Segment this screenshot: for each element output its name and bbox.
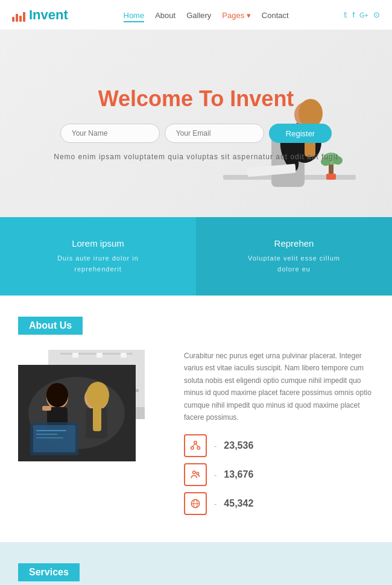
svg-rect-31: [42, 406, 51, 411]
hero-title: Welcome To Invent: [98, 86, 294, 112]
twitter-icon[interactable]: 𝕥: [344, 10, 347, 19]
svg-rect-15: [72, 353, 78, 358]
facebook-icon[interactable]: f: [352, 10, 355, 19]
about-text: Curabitur nec purus eget urna pulvinar p…: [184, 350, 374, 521]
svg-rect-38: [33, 425, 75, 452]
svg-rect-36: [93, 404, 101, 431]
email-input[interactable]: [165, 124, 264, 143]
nav-pages[interactable]: Pages ▾: [222, 11, 251, 20]
banner-left: Lorem ipsum Duis aute irure dolor in rep…: [0, 217, 196, 296]
name-input[interactable]: [60, 124, 160, 143]
svg-point-48: [197, 472, 199, 475]
stat-row-2: - 13,676: [184, 463, 374, 486]
social-links: 𝕥 f G+ ⊙: [344, 10, 380, 19]
banner-left-text: Duis aute irure dolor in reprehenderit: [57, 253, 139, 274]
banner-right-text: Voluptate velit esse cillum dolore eu: [248, 253, 340, 274]
services-header: Services: [18, 563, 80, 581]
nav-home[interactable]: Home: [124, 11, 145, 22]
svg-point-44: [197, 447, 200, 450]
stat-icon-1: [184, 434, 207, 457]
svg-point-47: [193, 471, 196, 474]
nav-contact[interactable]: Contact: [262, 11, 289, 20]
services-section: Services Cum soluta nobis Itaque earum r…: [0, 542, 392, 585]
nav-about[interactable]: About: [155, 11, 175, 20]
brand-name: Invent: [29, 7, 68, 23]
about-content: Curabitur nec purus eget urna pulvinar p…: [18, 350, 374, 521]
svg-rect-17: [121, 353, 127, 358]
svg-line-45: [192, 444, 195, 447]
stat-number-3: 45,342: [224, 498, 253, 509]
instagram-icon[interactable]: ⊙: [373, 10, 380, 19]
svg-rect-40: [36, 434, 57, 435]
about-header: About Us: [18, 317, 83, 335]
navbar: Invent Home About Gallery Pages ▾ Contac…: [0, 0, 392, 30]
nav-gallery[interactable]: Gallery: [186, 11, 211, 20]
svg-point-43: [191, 447, 194, 450]
office-image-main: [18, 365, 136, 461]
stat-number-1: 23,536: [224, 440, 253, 451]
hero-section: Welcome To Invent Register Nemo enim ips…: [0, 30, 392, 217]
logo[interactable]: Invent: [12, 7, 68, 23]
stat-row-1: - 23,536: [184, 434, 374, 457]
stat-dash-2: -: [214, 470, 217, 479]
banner-right: Reprehen Voluptate velit esse cillum dol…: [196, 217, 392, 296]
teal-banner: Lorem ipsum Duis aute irure dolor in rep…: [0, 217, 392, 296]
about-section: About Us: [0, 296, 392, 542]
register-button[interactable]: Register: [269, 124, 332, 143]
banner-left-title: Lorem ipsum: [72, 238, 124, 248]
svg-rect-12: [326, 174, 336, 180]
svg-rect-39: [36, 430, 66, 431]
svg-rect-41: [36, 437, 63, 438]
about-paragraph: Curabitur nec purus eget urna pulvinar p…: [184, 350, 374, 423]
hero-subtitle: Nemo enim ipsam voluptatem quia voluptas…: [54, 153, 338, 161]
svg-point-42: [194, 441, 197, 444]
svg-line-46: [195, 444, 198, 447]
nav-links: Home About Gallery Pages ▾ Contact: [124, 10, 289, 21]
stat-icon-3: [184, 492, 207, 515]
about-images: [18, 350, 169, 461]
svg-rect-16: [96, 353, 103, 358]
stat-dash-3: -: [214, 499, 217, 508]
stat-icon-2: [184, 463, 207, 486]
svg-point-32: [46, 383, 68, 407]
googleplus-icon[interactable]: G+: [359, 11, 368, 19]
logo-icon: [12, 8, 25, 22]
hero-form: Register: [60, 124, 332, 143]
banner-right-title: Reprehen: [274, 238, 314, 248]
stat-dash-1: -: [214, 441, 217, 451]
stat-number-2: 13,676: [224, 469, 253, 480]
stat-row-3: - 45,342: [184, 492, 374, 515]
